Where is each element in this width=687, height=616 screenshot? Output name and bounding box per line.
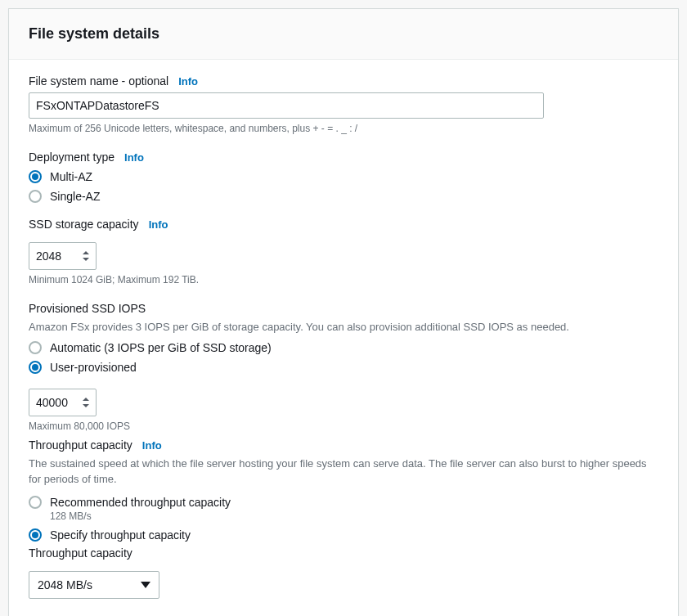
info-link-name[interactable]: Info — [178, 75, 198, 88]
info-link-throughput[interactable]: Info — [142, 439, 162, 452]
panel-header: File system details — [9, 9, 678, 60]
ssd-capacity-label: SSD storage capacity — [29, 218, 139, 231]
radio-iops-user-label: User-provisioned — [50, 361, 137, 374]
iops-stepper[interactable] — [29, 389, 97, 416]
radio-iops-auto-label: Automatic (3 IOPS per GiB of SSD storage… — [50, 341, 272, 354]
radio-iops-auto[interactable] — [29, 341, 42, 354]
field-deployment-type: Deployment type Info Multi-AZ Single-AZ — [29, 151, 658, 203]
svg-marker-3 — [83, 404, 89, 407]
spinner-icon[interactable] — [81, 250, 91, 263]
radio-iops-user[interactable] — [29, 361, 42, 374]
radio-throughput-specify-label: Specify throughput capacity — [50, 528, 191, 542]
throughput-recommended-sub: 128 MB/s — [50, 510, 658, 522]
radio-multi-az-label: Multi-AZ — [50, 170, 92, 183]
page-title: File system details — [29, 25, 658, 43]
info-link-ssd[interactable]: Info — [149, 218, 168, 231]
radio-single-az-label: Single-AZ — [50, 190, 100, 203]
ssd-capacity-stepper[interactable] — [29, 242, 97, 270]
svg-marker-2 — [83, 398, 89, 401]
field-ssd-capacity: SSD storage capacity Info Minimum 1024 G… — [29, 218, 658, 287]
field-throughput: Throughput capacity Info The sustained s… — [29, 438, 658, 599]
chevron-down-icon — [141, 582, 150, 588]
iops-helper: Maximum 80,000 IOPS — [29, 420, 658, 434]
radio-throughput-specify[interactable] — [29, 528, 42, 542]
throughput-select-label: Throughput capacity — [29, 546, 132, 560]
file-system-name-input[interactable] — [29, 92, 544, 119]
iops-desc: Amazon FSx provides 3 IOPS per GiB of st… — [29, 320, 658, 335]
file-system-name-helper: Maximum of 256 Unicode letters, whitespa… — [29, 122, 658, 136]
file-system-details-panel: File system details File system name - o… — [8, 8, 679, 616]
ssd-capacity-helper: Minimum 1024 GiB; Maximum 192 TiB. — [29, 273, 658, 287]
field-iops: Provisioned SSD IOPS Amazon FSx provides… — [29, 302, 658, 434]
info-link-deployment[interactable]: Info — [124, 151, 144, 164]
panel-body: File system name - optional Info Maximum… — [9, 60, 678, 616]
field-file-system-name: File system name - optional Info Maximum… — [29, 74, 658, 136]
file-system-name-label: File system name - optional — [29, 74, 168, 88]
iops-input[interactable] — [36, 396, 81, 409]
svg-marker-0 — [83, 251, 89, 254]
throughput-desc: The sustained speed at which the file se… — [29, 456, 658, 488]
radio-single-az[interactable] — [29, 190, 42, 203]
radio-throughput-recommended-label: Recommended throughput capacity — [50, 496, 231, 509]
spinner-icon[interactable] — [81, 396, 91, 409]
radio-throughput-recommended[interactable] — [29, 496, 42, 509]
ssd-capacity-input[interactable] — [36, 250, 81, 263]
deployment-type-label: Deployment type — [29, 151, 114, 164]
svg-marker-1 — [83, 258, 89, 261]
iops-label: Provisioned SSD IOPS — [29, 302, 146, 315]
radio-multi-az[interactable] — [29, 170, 42, 183]
throughput-label: Throughput capacity — [29, 438, 132, 452]
throughput-select[interactable]: 2048 MB/s — [29, 571, 159, 599]
throughput-select-value: 2048 MB/s — [38, 578, 92, 591]
